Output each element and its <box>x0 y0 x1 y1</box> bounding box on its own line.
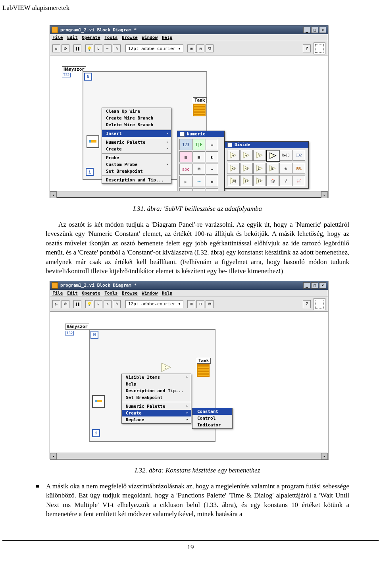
ctx-set-breakpoint[interactable]: Set Breakpoint <box>122 394 191 401</box>
minimize-button[interactable]: _ <box>303 27 310 33</box>
tank-indicator[interactable] <box>197 364 210 377</box>
create-indicator[interactable]: Indicator <box>192 422 232 428</box>
menu-help[interactable]: Help <box>162 291 173 296</box>
ctx-description-tip[interactable]: Description and Tip... <box>122 388 191 394</box>
ctx-probe[interactable]: Probe <box>102 154 171 161</box>
ctx-replace[interactable]: Replace <box>122 416 191 423</box>
trig-icon[interactable]: ▷ <box>179 188 192 191</box>
conv-icon[interactable]: ⇄ <box>192 188 205 191</box>
node-context-menu[interactable]: Visible Items Help Description and Tip..… <box>121 374 191 424</box>
reorder-button[interactable]: ⧉ <box>206 300 214 308</box>
ctx-description-tip[interactable]: Description and Tip... <box>102 177 171 183</box>
create-constant[interactable]: Constant <box>192 408 232 415</box>
ceil-icon[interactable]: ⌈⌉ <box>253 175 266 186</box>
ctx-visible-items[interactable]: Visible Items <box>122 374 191 381</box>
menu-bar[interactable]: File Edit Operate Tools Browse Window He… <box>50 290 328 297</box>
i32-terminal[interactable]: I32 <box>62 73 71 77</box>
create-submenu[interactable]: Constant Control Indicator <box>192 408 233 429</box>
help-icon[interactable]: ? <box>303 44 311 52</box>
scroll-right-button[interactable]: ▸ <box>321 453 328 460</box>
menu-tools[interactable]: Tools <box>104 291 117 296</box>
scroll-left-button[interactable]: ◂ <box>50 191 57 198</box>
ctx-create[interactable]: Create <box>102 146 171 152</box>
abc-icon[interactable]: abc <box>179 164 192 175</box>
reorder-button[interactable]: ⧉ <box>206 44 214 52</box>
create-control[interactable]: Control <box>192 415 232 422</box>
vi-icon[interactable] <box>314 42 325 54</box>
error-icon[interactable]: ⊕ <box>206 176 218 187</box>
menu-file[interactable]: File <box>52 35 63 40</box>
menu-edit[interactable]: Edit <box>67 35 78 40</box>
path-icon[interactable]: ⧉ <box>192 164 205 175</box>
highlight-exec-button[interactable]: 💡 <box>85 44 93 52</box>
run-button[interactable]: ▷ <box>52 300 60 308</box>
ctx-numeric-palette[interactable]: Numeric Palette <box>122 403 191 410</box>
loop-i-terminal[interactable]: i <box>92 429 100 437</box>
step-out-button[interactable]: ↰ <box>113 44 121 52</box>
menu-tools[interactable]: Tools <box>104 35 117 40</box>
dbl-conv-icon[interactable]: DBL <box>292 163 305 174</box>
menu-operate[interactable]: Operate <box>82 291 100 296</box>
enum-const-icon[interactable]: T|F <box>192 139 205 150</box>
menu-file[interactable]: File <box>52 291 63 296</box>
block-diagram-canvas[interactable]: Hányszor I32 N i Tank ÷ Visible Items He… <box>50 312 328 453</box>
sqrt-icon[interactable]: √ <box>279 175 292 186</box>
menu-window[interactable]: Window <box>142 291 158 296</box>
ctx-custom-probe[interactable]: Custom Probe <box>102 161 171 168</box>
menu-edit[interactable]: Edit <box>67 291 78 296</box>
divide-node[interactable]: ÷ <box>161 362 171 372</box>
minimize-button[interactable]: _ <box>303 282 310 289</box>
align-button[interactable]: ⊞ <box>187 300 195 308</box>
vi-icon[interactable] <box>314 298 325 310</box>
subvi-node[interactable] <box>87 135 99 148</box>
run-button[interactable]: ▷ <box>52 44 60 52</box>
divide-palette[interactable]: Divide + − × ÷ R+IQ I32 +1 −1 Σ Π ⊗ <box>225 141 309 189</box>
abs-icon[interactable]: |x| <box>227 175 240 186</box>
pause-button[interactable]: ❚❚ <box>73 44 81 52</box>
maximize-button[interactable]: □ <box>311 282 318 289</box>
maximize-button[interactable]: □ <box>311 27 318 33</box>
ctx-clean-up-wire[interactable]: Clean Up Wire <box>102 108 171 115</box>
pin-icon[interactable] <box>227 143 232 147</box>
dec-icon[interactable]: −1 <box>240 163 253 174</box>
random-icon[interactable]: 🎲 <box>266 175 279 186</box>
wire-context-menu[interactable]: Clean Up Wire Create Wire Branch Delete … <box>102 108 171 184</box>
step-into-button[interactable]: ↳ <box>94 300 102 308</box>
highlight-exec-button[interactable]: 💡 <box>85 300 93 308</box>
pin-icon[interactable] <box>180 132 185 137</box>
ctx-insert[interactable]: Insert <box>102 130 171 137</box>
menu-browse[interactable]: Browse <box>122 35 138 40</box>
step-over-button[interactable]: ↷ <box>104 300 112 308</box>
numeric-palette[interactable]: Numeric 123 T|F ▭ ▥ ▦ ◧ abc ⧉ ⋯ ▷ 〰 <box>177 131 225 191</box>
loop-i-terminal[interactable]: i <box>86 168 94 176</box>
scroll-left-button[interactable]: ◂ <box>50 453 57 460</box>
misc-icon[interactable]: ⋯ <box>206 164 218 175</box>
ctx-help[interactable]: Help <box>122 381 191 388</box>
ctx-set-breakpoint[interactable]: Set Breakpoint <box>102 168 171 175</box>
menu-bar[interactable]: File Edit Operate Tools Browse Window He… <box>50 34 328 41</box>
complex-ops-icon[interactable]: ⊗ <box>279 163 292 174</box>
font-selector[interactable]: 12pt adobe-courier ▾ <box>125 300 183 308</box>
multiply-icon[interactable]: × <box>253 150 266 161</box>
close-button[interactable]: × <box>319 282 326 289</box>
menu-browse[interactable]: Browse <box>122 291 138 296</box>
wave-icon[interactable]: 〰 <box>192 176 205 187</box>
scroll-right-button[interactable]: ▸ <box>321 191 328 198</box>
menu-help[interactable]: Help <box>162 35 173 40</box>
help-icon[interactable]: ? <box>303 300 311 308</box>
block-diagram-canvas[interactable]: Hányszor I32 N i Tank Clean Up Wire Crea… <box>50 56 328 191</box>
subvi-node[interactable] <box>92 395 105 408</box>
inc-icon[interactable]: +1 <box>227 163 240 174</box>
horizontal-scrollbar[interactable]: ◂ ▸ <box>50 453 328 459</box>
compare-icon[interactable]: ▷ <box>179 176 192 187</box>
menu-window[interactable]: Window <box>142 35 158 40</box>
loop-n-terminal[interactable]: N <box>84 73 92 81</box>
menu-operate[interactable]: Operate <box>82 35 100 40</box>
divide-icon[interactable]: ÷ <box>266 150 280 162</box>
string-icon[interactable]: ◧ <box>206 151 218 162</box>
sum-icon[interactable]: Σ <box>253 163 266 174</box>
prod-icon[interactable]: Π <box>266 163 279 174</box>
step-out-button[interactable]: ↰ <box>113 300 121 308</box>
distribute-button[interactable]: ⊟ <box>196 44 204 52</box>
step-over-button[interactable]: ↷ <box>104 44 112 52</box>
